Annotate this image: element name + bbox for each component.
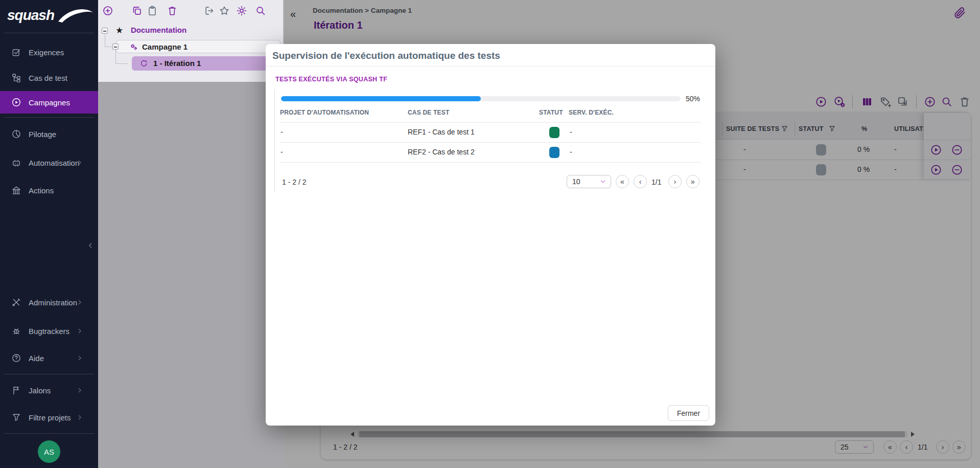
divider [4, 374, 94, 374]
sidebar-item-label: Exigences [29, 48, 64, 57]
sidebar-item-bugtrackers[interactable]: Bugtrackers [0, 320, 98, 342]
sidebar: squash Exigences Cas de test Campagnes P… [0, 0, 98, 468]
sidebar-item-jalons[interactable]: Jalons [0, 379, 98, 402]
sidebar-item-aide[interactable]: Aide [0, 347, 98, 369]
dialog-title: Supervision de l'exécution automatique d… [272, 50, 500, 61]
sidebar-collapse-icon[interactable] [86, 241, 95, 250]
tree-row-campagne[interactable]: Campagne 1 [116, 40, 281, 53]
sidebar-item-cas-de-test[interactable]: Cas de test [0, 66, 98, 89]
chevron-right-icon [76, 159, 84, 167]
cell-project: - [281, 128, 283, 136]
page-indicator: 1/1 [651, 178, 661, 186]
collapse-minus-icon[interactable] [112, 43, 119, 50]
execution-row: - REF2 - Cas de test 2 - [280, 143, 701, 162]
sidebar-item-label: Bugtrackers [29, 327, 69, 336]
chevron-right-icon [76, 413, 84, 421]
panel-border [274, 89, 275, 192]
chevron-right-icon [76, 386, 84, 394]
tree-panel: ★ Documentation Campagne 1 1 - Itération… [98, 0, 284, 82]
campaign-gears-icon [129, 42, 138, 52]
cell-test: REF2 - Cas de test 2 [408, 148, 475, 156]
cell-test: REF1 - Cas de test 1 [408, 128, 475, 136]
progress-fill [281, 96, 481, 101]
tree-export-icon[interactable] [204, 5, 215, 16]
logo-text: squash [7, 7, 54, 24]
sidebar-item-actions[interactable]: Actions [0, 179, 98, 202]
sidebar-item-campagnes[interactable]: Campagnes [0, 91, 98, 114]
pager-next-button[interactable]: › [668, 175, 682, 188]
chevron-down-icon [599, 178, 606, 185]
sidebar-item-label: Filtre projets [29, 413, 71, 422]
sidebar-item-label: Jalons [29, 386, 51, 395]
cell-server: - [570, 128, 572, 136]
pager-prev-button[interactable]: ‹ [634, 175, 647, 188]
iteration-refresh-icon [139, 59, 148, 68]
close-button[interactable]: Fermer [668, 405, 709, 421]
pager-last-button[interactable]: » [686, 175, 699, 188]
tree-connector [115, 63, 128, 64]
pager-glyph: ‹ [639, 177, 642, 186]
sidebar-item-filtre-projets[interactable]: Filtre projets [0, 406, 98, 429]
star-icon: ★ [115, 25, 123, 36]
avatar[interactable]: AS [38, 440, 60, 463]
sidebar-item-pilotage[interactable]: Pilotage [0, 123, 98, 145]
squash-logo: squash [0, 2, 98, 29]
column-header-status[interactable]: STATUT [539, 109, 563, 116]
chevron-right-icon [76, 298, 84, 306]
cell-server: - [570, 148, 572, 156]
column-header-server[interactable]: SERV. D'EXÉC. [569, 109, 614, 116]
page-size-select[interactable]: 10 [567, 175, 611, 188]
chevron-right-icon [76, 354, 84, 362]
column-header-project[interactable]: PROJET D'AUTOMATISATION [280, 109, 369, 116]
status-badge [549, 127, 559, 138]
results-range: 1 - 2 / 2 [282, 178, 306, 186]
divider [4, 117, 94, 118]
pager-first-button[interactable]: « [616, 175, 629, 188]
sidebar-item-administration[interactable]: Administration [0, 291, 98, 314]
tree-row-iteration-selected[interactable]: 1 - Itération 1 [132, 56, 281, 71]
tree-settings-gear-icon[interactable] [236, 5, 247, 16]
tree-node-label: Campagne 1 [142, 42, 188, 51]
cell-project: - [281, 148, 283, 156]
pager-glyph: › [674, 177, 676, 186]
pager-glyph: » [691, 177, 695, 186]
tree-node-label: Documentation [131, 26, 186, 34]
sidebar-item-label: Pilotage [29, 130, 56, 139]
tree-row-documentation[interactable]: ★ Documentation [98, 24, 284, 37]
page-size-value: 10 [572, 177, 580, 186]
tree-connector [105, 47, 112, 47]
sidebar-item-label: Actions [29, 186, 54, 195]
section-label: TESTS EXÉCUTÉS VIA SQUASH TF [275, 76, 387, 83]
avatar-initials: AS [44, 448, 54, 456]
tree-connector [115, 50, 116, 63]
divider [4, 33, 94, 33]
pager-glyph: « [620, 177, 624, 186]
status-badge [549, 147, 559, 158]
automated-execution-dialog: Supervision de l'exécution automatique d… [266, 44, 715, 426]
sidebar-item-label: Automatisation [29, 159, 79, 167]
sidebar-item-label: Campagnes [29, 98, 70, 107]
sidebar-item-label: Aide [29, 354, 44, 363]
sidebar-item-automatisation[interactable]: Automatisation [0, 151, 98, 174]
row-divider [280, 162, 701, 163]
sidebar-item-exigences[interactable]: Exigences [0, 41, 98, 63]
tree-add-icon[interactable] [102, 5, 113, 16]
sidebar-item-label: Administration [29, 298, 77, 307]
tree-favorites-icon[interactable] [219, 5, 230, 16]
tree-paste-icon[interactable] [147, 5, 158, 16]
tree-node-label: 1 - Itération 1 [153, 59, 201, 68]
column-header-test[interactable]: CAS DE TEST [408, 109, 450, 116]
logo-swoosh-icon [57, 6, 94, 27]
divider [266, 66, 715, 66]
execution-progress-bar [281, 96, 681, 101]
tree-search-icon[interactable] [255, 5, 266, 16]
progress-percent: 50% [686, 95, 700, 103]
divider [4, 433, 94, 434]
chevron-right-icon [76, 327, 84, 335]
execution-row: - REF1 - Cas de test 1 - [280, 123, 701, 142]
collapse-minus-icon[interactable] [102, 28, 108, 34]
tree-delete-icon[interactable] [167, 5, 178, 16]
sidebar-item-label: Cas de test [29, 74, 67, 82]
tree-copy-icon[interactable] [131, 5, 143, 16]
